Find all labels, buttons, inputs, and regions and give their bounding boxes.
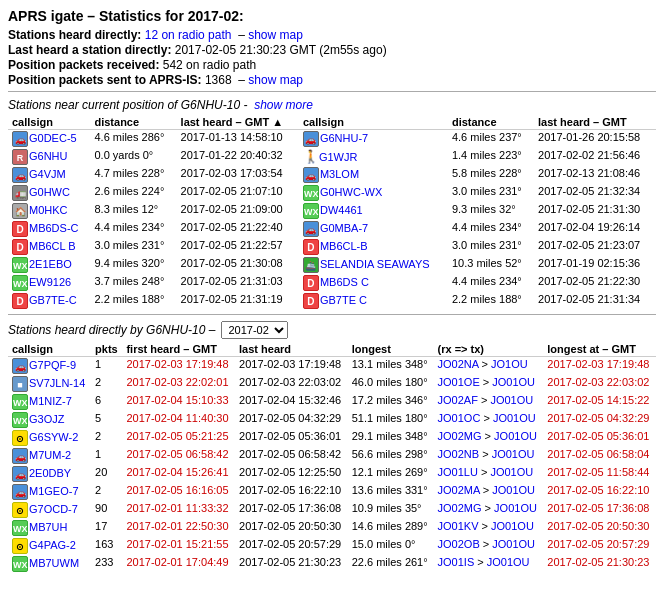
near-callsign-link-right[interactable]: GB7TE C xyxy=(320,294,367,306)
near-lastheard-right: 2017-02-02 21:56:46 xyxy=(534,148,656,166)
near-callsign-link-left[interactable]: M0HKC xyxy=(29,204,68,216)
heard-longest-at: 2017-02-05 21:30:23 xyxy=(543,555,656,573)
heard-longest-at-link[interactable]: 2017-02-05 14:15:22 xyxy=(547,394,649,406)
show-map-link-2[interactable]: show map xyxy=(248,73,303,87)
heard-first: 2017-02-03 22:02:01 xyxy=(122,375,235,393)
heard-callsign-link[interactable]: M1NIZ-7 xyxy=(29,395,72,407)
near-callsign-link-right[interactable]: G6NHU-7 xyxy=(320,132,368,144)
near-callsign-right: 🚢SELANDIA SEAWAYS xyxy=(299,256,448,274)
heard-path: JO02MG > JO01OU xyxy=(434,429,544,447)
near-table-row: WX2E1EBO 9.4 miles 320° 2017-02-05 21:30… xyxy=(8,256,656,274)
show-map-link-1[interactable]: show map xyxy=(248,28,303,42)
near-callsign-link-right[interactable]: G1WJR xyxy=(319,151,358,163)
near-callsign-right: DMB6DS C xyxy=(299,274,448,292)
near-callsign-link-right[interactable]: G0MBA-7 xyxy=(320,222,368,234)
heard-first: 2017-02-05 05:21:25 xyxy=(122,429,235,447)
heard-callsign: 🚗M7UM-2 xyxy=(8,447,91,465)
near-callsign-link-right[interactable]: G0HWC-WX xyxy=(320,186,382,198)
heard-longest-at: 2017-02-03 22:03:02 xyxy=(543,375,656,393)
heard-first-link[interactable]: 2017-02-04 11:40:30 xyxy=(126,412,228,424)
position-packets-sent-value: 1368 xyxy=(205,73,232,87)
heard-callsign: 🚗M1GEO-7 xyxy=(8,483,91,501)
heard-callsign: ⊙G7OCD-7 xyxy=(8,501,91,519)
heard-callsign-link[interactable]: G6SYW-2 xyxy=(29,431,78,443)
last-heard-line: Last heard a station directly: 2017-02-0… xyxy=(8,43,656,57)
near-table-row: DMB6CL B 3.0 miles 231° 2017-02-05 21:22… xyxy=(8,238,656,256)
near-callsign-link-right[interactable]: DW4461 xyxy=(320,204,363,216)
heard-longest-at-link[interactable]: 2017-02-05 20:57:29 xyxy=(547,538,649,550)
heard-pkts: 5 xyxy=(91,411,122,429)
heard-last: 2017-02-05 21:30:23 xyxy=(235,555,348,573)
heard-first-link[interactable]: 2017-02-04 15:10:33 xyxy=(126,394,228,406)
heard-callsign-link[interactable]: G4PAG-2 xyxy=(29,539,76,551)
heard-pkts: 2 xyxy=(91,375,122,393)
heard-first-link[interactable]: 2017-02-03 17:19:48 xyxy=(126,358,228,370)
heard-pkts: 233 xyxy=(91,555,122,573)
near-callsign-link-left[interactable]: EW9126 xyxy=(29,276,71,288)
heard-first-link[interactable]: 2017-02-01 22:50:30 xyxy=(126,520,228,532)
near-callsign-link-right[interactable]: MB6CL-B xyxy=(320,240,368,252)
heard-path: JO02MG > JO01OU xyxy=(434,501,544,519)
heard-first-link[interactable]: 2017-02-05 06:58:42 xyxy=(126,448,228,460)
heard-path: JO02MA > JO01OU xyxy=(434,483,544,501)
heard-longest-at-link[interactable]: 2017-02-05 05:36:01 xyxy=(547,430,649,442)
heard-first-link[interactable]: 2017-02-04 15:26:41 xyxy=(126,466,228,478)
heard-first-link[interactable]: 2017-02-03 22:02:01 xyxy=(126,376,228,388)
heard-first-link[interactable]: 2017-02-05 05:21:25 xyxy=(126,430,228,442)
near-callsign-link-right[interactable]: M3LOM xyxy=(320,168,359,180)
near-lastheard-left: 2017-02-05 21:09:00 xyxy=(177,202,299,220)
heard-callsign-link[interactable]: G7OCD-7 xyxy=(29,503,78,515)
heard-first-link[interactable]: 2017-02-05 16:16:05 xyxy=(126,484,228,496)
near-callsign-link-left[interactable]: G0HWC xyxy=(29,186,70,198)
heard-callsign-link[interactable]: MB7UH xyxy=(29,521,68,533)
position-packets-received-line: Position packets received: 542 on radio … xyxy=(8,58,656,72)
heard-callsign-link[interactable]: G3OJZ xyxy=(29,413,64,425)
near-distance-left: 3.0 miles 231° xyxy=(90,238,176,256)
near-callsign-link-left[interactable]: GB7TE-C xyxy=(29,294,77,306)
heard-longest-at-link[interactable]: 2017-02-03 22:03:02 xyxy=(547,376,649,388)
near-callsign-link-left[interactable]: G0DEC-5 xyxy=(29,132,77,144)
near-callsign-link-left[interactable]: 2E1EBO xyxy=(29,258,72,270)
heard-first-link[interactable]: 2017-02-01 15:21:55 xyxy=(126,538,228,550)
near-callsign-left: 🚛G0HWC xyxy=(8,184,90,202)
near-distance-left: 0.0 yards 0° xyxy=(90,148,176,166)
heard-callsign-link[interactable]: M7UM-2 xyxy=(29,449,71,461)
heard-callsign-link[interactable]: 2E0DBY xyxy=(29,467,71,479)
near-callsign-link-left[interactable]: MB6CL B xyxy=(29,240,76,252)
heard-first-link[interactable]: 2017-02-01 17:04:49 xyxy=(126,556,228,568)
show-more-link[interactable]: show more xyxy=(254,98,313,112)
near-callsign-link-right[interactable]: MB6DS C xyxy=(320,276,369,288)
heard-callsign-link[interactable]: M1GEO-7 xyxy=(29,485,79,497)
heard-month-select[interactable]: 2017-02 xyxy=(221,321,288,339)
divider-1 xyxy=(8,91,656,92)
heard-callsign: WXMB7UWM xyxy=(8,555,91,573)
near-section-title: Stations near current position of G6NHU-… xyxy=(8,98,656,112)
heard-table-row: ⊙G7OCD-7 90 2017-02-01 11:33:32 2017-02-… xyxy=(8,501,656,519)
heard-longest-at-link[interactable]: 2017-02-05 04:32:29 xyxy=(547,412,649,424)
heard-longest-at-link[interactable]: 2017-02-05 17:36:08 xyxy=(547,502,649,514)
heard-callsign-link[interactable]: SV7JLN-14 xyxy=(29,377,85,389)
heard-first-link[interactable]: 2017-02-01 11:33:32 xyxy=(126,502,228,514)
heard-longest-at-link[interactable]: 2017-02-03 17:19:48 xyxy=(547,358,649,370)
heard-callsign-link[interactable]: MB7UWM xyxy=(29,557,79,569)
near-lastheard-right: 2017-02-05 21:31:34 xyxy=(534,292,656,310)
near-col-lastheard-r: last heard – GMT xyxy=(534,115,656,130)
heard-longest-at-link[interactable]: 2017-02-05 11:58:44 xyxy=(547,466,649,478)
near-stations-table: callsign distance last heard – GMT ▲ cal… xyxy=(8,115,656,310)
near-lastheard-left: 2017-02-05 21:31:19 xyxy=(177,292,299,310)
near-table-row: 🚗G0DEC-5 4.6 miles 286° 2017-01-13 14:58… xyxy=(8,130,656,149)
heard-longest-at-link[interactable]: 2017-02-05 20:50:30 xyxy=(547,520,649,532)
heard-longest-at: 2017-02-05 06:58:04 xyxy=(543,447,656,465)
heard-longest-at-link[interactable]: 2017-02-05 06:58:04 xyxy=(547,448,649,460)
stations-heard-count[interactable]: 12 on radio path xyxy=(145,28,232,42)
heard-callsign-link[interactable]: G7PQF-9 xyxy=(29,359,76,371)
near-callsign-link-left[interactable]: G4VJM xyxy=(29,168,66,180)
heard-longest-at-link[interactable]: 2017-02-05 16:22:10 xyxy=(547,484,649,496)
heard-longest-at-link[interactable]: 2017-02-05 21:30:23 xyxy=(547,556,649,568)
near-callsign-link-left[interactable]: MB6DS-C xyxy=(29,222,79,234)
near-callsign-link-left[interactable]: G6NHU xyxy=(29,150,68,162)
heard-table-row: ⊙G6SYW-2 2 2017-02-05 05:21:25 2017-02-0… xyxy=(8,429,656,447)
stations-heard-label: Stations heard directly: xyxy=(8,28,141,42)
near-callsign-link-right[interactable]: SELANDIA SEAWAYS xyxy=(320,258,430,270)
near-lastheard-left: 2017-01-22 20:40:32 xyxy=(177,148,299,166)
